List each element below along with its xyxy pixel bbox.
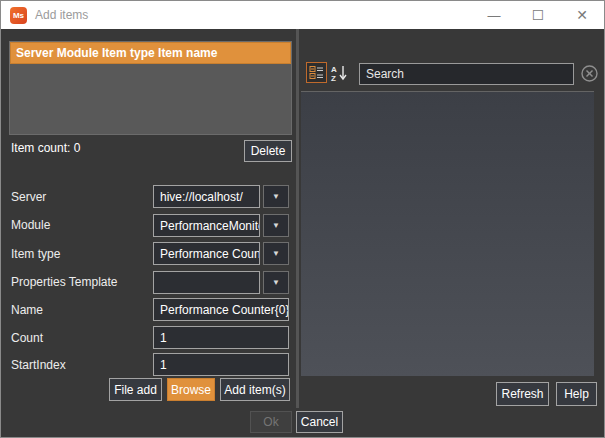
- close-icon[interactable]: ✕: [560, 1, 604, 29]
- start-index-input[interactable]: 1: [153, 353, 289, 376]
- search-input[interactable]: Search: [359, 63, 574, 85]
- add-items-dialog: Ms Add items — ☐ ✕ Server Module Item ty…: [0, 0, 605, 438]
- delete-button[interactable]: Delete: [244, 140, 292, 162]
- help-button[interactable]: Help: [556, 382, 597, 406]
- available-items-list[interactable]: [301, 91, 594, 376]
- properties-template-dropdown-arrow-icon[interactable]: ▼: [263, 271, 289, 294]
- clear-search-icon[interactable]: [579, 63, 600, 84]
- window-title: Add items: [35, 8, 88, 22]
- name-label: Name: [11, 298, 43, 321]
- app-logo-icon: Ms: [10, 7, 27, 24]
- properties-template-combobox[interactable]: [153, 271, 260, 294]
- add-items-button[interactable]: Add item(s): [220, 378, 290, 401]
- server-label: Server: [11, 185, 46, 208]
- file-add-button[interactable]: File add: [109, 378, 162, 401]
- svg-text:Z: Z: [331, 74, 336, 82]
- panel-splitter[interactable]: [296, 29, 299, 408]
- added-items-list[interactable]: Server Module Item type Item name: [9, 41, 292, 135]
- module-dropdown-arrow-icon[interactable]: ▼: [263, 214, 289, 237]
- clear-search-glyph: [580, 64, 599, 83]
- titlebar: Ms Add items — ☐ ✕: [1, 1, 604, 29]
- browse-button[interactable]: Browse: [167, 378, 215, 401]
- name-input[interactable]: Performance Counter{0}: [153, 298, 289, 321]
- categorized-view-glyph: [309, 65, 324, 80]
- maximize-icon[interactable]: ☐: [516, 1, 560, 29]
- start-index-label: StartIndex: [11, 353, 66, 376]
- items-list-header: Server Module Item type Item name: [10, 42, 291, 64]
- cancel-button[interactable]: Cancel: [296, 411, 343, 433]
- ok-button[interactable]: Ok: [250, 411, 292, 433]
- refresh-button[interactable]: Refresh: [496, 382, 549, 406]
- server-dropdown-arrow-icon[interactable]: ▼: [263, 185, 289, 208]
- categorized-view-icon[interactable]: [306, 62, 327, 83]
- item-type-dropdown-arrow-icon[interactable]: ▼: [263, 242, 289, 265]
- count-label: Count: [11, 326, 43, 349]
- module-label: Module: [11, 213, 50, 236]
- item-type-label: Item type: [11, 242, 60, 265]
- minimize-icon[interactable]: —: [472, 1, 516, 29]
- sort-alphabetical-glyph: A Z: [330, 64, 348, 82]
- server-combobox[interactable]: hive://localhost/: [153, 185, 260, 208]
- properties-template-label: Properties Template: [11, 270, 118, 293]
- module-combobox[interactable]: PerformanceMonitor: [153, 214, 260, 237]
- item-count-label: Item count: 0: [11, 141, 80, 155]
- svg-text:A: A: [331, 65, 337, 74]
- count-input[interactable]: 1: [153, 326, 289, 349]
- window-controls: — ☐ ✕: [472, 1, 604, 29]
- sort-alphabetical-icon[interactable]: A Z: [329, 62, 349, 83]
- item-type-combobox[interactable]: Performance Counter: [153, 242, 260, 265]
